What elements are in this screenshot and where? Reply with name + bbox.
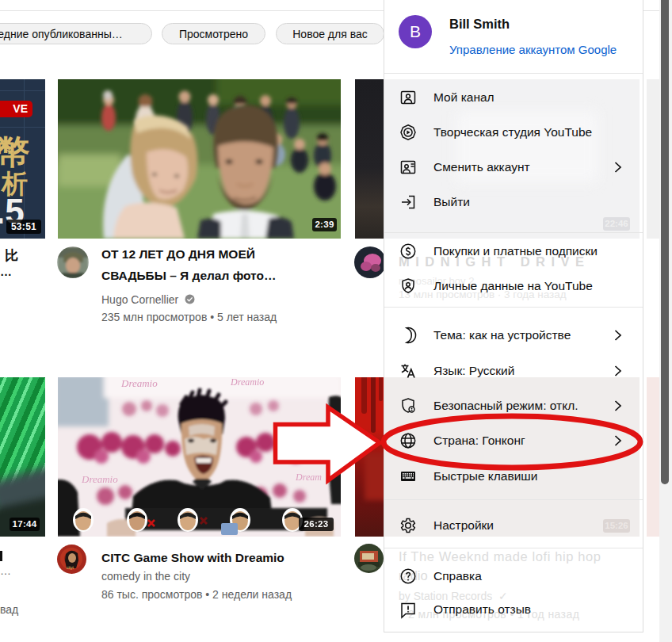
svg-text:Dreamio: Dreamio <box>81 473 118 485</box>
svg-text:Dreamio: Dreamio <box>120 377 158 389</box>
svg-text:cityt: cityt <box>67 565 74 570</box>
svg-text:Dreamio: Dreamio <box>230 377 264 388</box>
